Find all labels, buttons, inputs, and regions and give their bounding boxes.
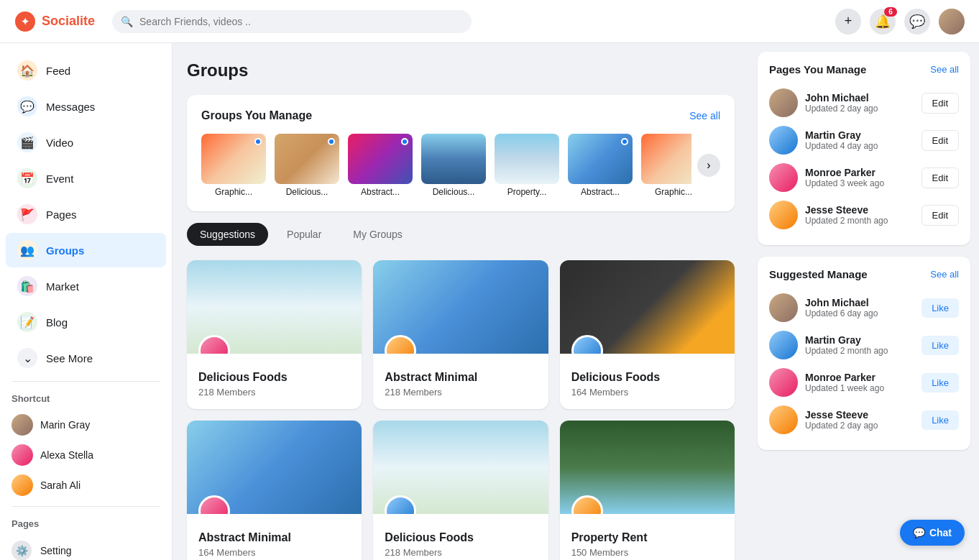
group-card-4[interactable]: Delicious Foods 218 Members <box>373 421 548 560</box>
group-card-img-2 <box>560 260 735 354</box>
suggested-item-3: Jesse Steeve Updated 2 day ago Like <box>769 401 959 439</box>
group-card-img-5 <box>560 421 735 514</box>
rp-like-btn-sm-1[interactable]: Like <box>921 336 959 355</box>
carousel-wrap: Graphic... Delicious... Ab <box>201 134 720 197</box>
rp-avatar-pm-0 <box>769 88 798 117</box>
group-card-avatar-5 <box>571 495 603 514</box>
groups-manage-card: Groups You Manage See all Graphic... <box>187 95 735 211</box>
topbar: ✦ Socialite 🔍 + 🔔 6 💬 <box>0 0 979 43</box>
notification-button[interactable]: 🔔 6 <box>870 9 896 35</box>
search-box: 🔍 <box>112 10 472 33</box>
carousel-img-1 <box>275 134 339 184</box>
shortcut-name-0: Marin Gray <box>40 419 90 431</box>
rp-like-btn-sm-2[interactable]: Like <box>921 373 959 393</box>
shortcut-name-2: Sarah Ali <box>40 479 81 491</box>
carousel-item-3[interactable]: Delicious... <box>421 134 486 197</box>
rp-info-pm-1: Martin Gray Updated 4 day ago <box>805 129 914 151</box>
group-card-img-3 <box>187 421 362 514</box>
sidebar-item-groups[interactable]: 👥 Groups <box>6 233 166 267</box>
rp-like-btn-sm-3[interactable]: Like <box>921 410 959 430</box>
sidebar-item-event[interactable]: 📅 Event <box>6 161 166 196</box>
blog-icon: 📝 <box>17 312 37 332</box>
carousel-item-6[interactable]: Graphic... <box>641 134 691 197</box>
sidebar-item-feed[interactable]: 🏠 Feed <box>6 53 166 88</box>
search-icon: 🔍 <box>121 16 133 27</box>
carousel-label-2: Abstract... <box>348 187 413 197</box>
chat-icon-button[interactable]: 💬 <box>904 9 930 35</box>
carousel-item-4[interactable]: Property... <box>495 134 559 197</box>
rp-edit-btn-pm-1[interactable]: Edit <box>921 130 959 151</box>
group-card-3[interactable]: Abstract Minimal 164 Members <box>187 421 362 560</box>
user-avatar-topbar[interactable] <box>939 9 965 35</box>
search-input[interactable] <box>112 10 472 33</box>
rp-like-btn-sm-0[interactable]: Like <box>921 298 959 318</box>
rp-info-sm-1: Martin Gray Updated 2 month ago <box>805 334 914 356</box>
group-card-body-3: Abstract Minimal 164 Members <box>187 514 362 560</box>
rp-time-pm-0: Updated 2 day ago <box>805 104 914 114</box>
suggested-item-2: Monroe Parker Updated 1 week ago Like <box>769 364 959 401</box>
rp-edit-btn-pm-3[interactable]: Edit <box>921 205 959 226</box>
shortcut-item-1[interactable]: Alexa Stella <box>0 440 172 470</box>
sidebar-item-messages[interactable]: 💬 Messages <box>6 89 166 124</box>
chat-button[interactable]: 💬 Chat <box>900 520 965 546</box>
setting-item[interactable]: ⚙️ Setting <box>0 535 172 560</box>
group-card-name-1: Abstract Minimal <box>385 371 536 384</box>
pages-manage-see-all[interactable]: See all <box>930 64 959 75</box>
carousel-img-3 <box>421 134 486 184</box>
rp-avatar-sm-3 <box>769 405 798 434</box>
group-card-members-2: 164 Members <box>571 387 723 398</box>
rp-name-pm-3: Jesse Steeve <box>805 204 914 216</box>
main-content: Groups Groups You Manage See all Graphic… <box>173 43 749 560</box>
groups-manage-see-all[interactable]: See all <box>689 110 720 121</box>
topbar-actions: + 🔔 6 💬 <box>835 9 965 35</box>
sidebar-item-see-more[interactable]: ⌄ See More <box>6 341 166 375</box>
rp-avatar-sm-0 <box>769 293 798 322</box>
sidebar-item-video[interactable]: 🎬 Video <box>6 125 166 160</box>
sidebar-item-pages[interactable]: 🚩 Pages <box>6 197 166 231</box>
add-button[interactable]: + <box>835 9 861 35</box>
logo[interactable]: ✦ Socialite <box>14 11 95 32</box>
group-card-5[interactable]: Property Rent 150 Members <box>560 421 735 560</box>
group-card-2[interactable]: Delicious Foods 164 Members <box>560 260 735 409</box>
sidebar: 🏠 Feed 💬 Messages 🎬 Video 📅 Event 🚩 Page… <box>0 43 173 560</box>
sidebar-label-video: Video <box>46 137 73 149</box>
carousel-item-5[interactable]: Abstract... <box>568 134 633 197</box>
tab-my-groups[interactable]: My Groups <box>340 223 415 246</box>
tab-popular[interactable]: Popular <box>274 223 334 246</box>
sidebar-item-blog[interactable]: 📝 Blog <box>6 305 166 339</box>
group-card-img-0 <box>187 260 362 354</box>
group-card-0[interactable]: Delicious Foods 218 Members <box>187 260 362 409</box>
notification-badge: 6 <box>884 7 897 17</box>
sidebar-label-market: Market <box>46 280 79 293</box>
rp-info-pm-0: John Michael Updated 2 day ago <box>805 92 914 114</box>
shortcut-item-0[interactable]: Marin Gray <box>0 410 172 440</box>
app-name: Socialite <box>42 14 95 29</box>
carousel-item-2[interactable]: Abstract... <box>348 134 413 197</box>
carousel-item-0[interactable]: Graphic... <box>201 134 266 197</box>
sidebar-label-groups: Groups <box>46 244 84 257</box>
shortcut-avatar-1 <box>12 444 33 466</box>
sidebar-label-event: Event <box>46 173 73 185</box>
rp-avatar-sm-1 <box>769 331 798 359</box>
market-icon: 🛍️ <box>17 276 37 296</box>
rp-edit-btn-pm-0[interactable]: Edit <box>921 93 959 114</box>
shortcut-item-2[interactable]: Sarah Ali <box>0 470 172 500</box>
group-card-name-2: Delicious Foods <box>571 371 723 384</box>
carousel-item-1[interactable]: Delicious... <box>275 134 339 197</box>
rp-time-sm-0: Updated 6 day ago <box>805 308 914 318</box>
svg-text:✦: ✦ <box>21 16 29 27</box>
rp-name-pm-0: John Michael <box>805 92 914 104</box>
carousel-img-5 <box>568 134 633 184</box>
rp-info-sm-0: John Michael Updated 6 day ago <box>805 297 914 318</box>
group-card-1[interactable]: Abstract Minimal 218 Members <box>373 260 548 409</box>
rp-info-sm-3: Jesse Steeve Updated 2 day ago <box>805 409 914 431</box>
group-card-img-4 <box>373 421 548 514</box>
suggested-manage-see-all[interactable]: See all <box>930 269 959 280</box>
rp-name-sm-1: Martin Gray <box>805 334 914 346</box>
rp-edit-btn-pm-2[interactable]: Edit <box>921 167 959 188</box>
group-card-members-5: 150 Members <box>571 547 723 558</box>
carousel-next-button[interactable]: › <box>697 154 720 177</box>
sidebar-item-market[interactable]: 🛍️ Market <box>6 269 166 303</box>
shortcut-avatar-0 <box>12 414 33 436</box>
tab-suggestions[interactable]: Suggestions <box>187 223 268 246</box>
